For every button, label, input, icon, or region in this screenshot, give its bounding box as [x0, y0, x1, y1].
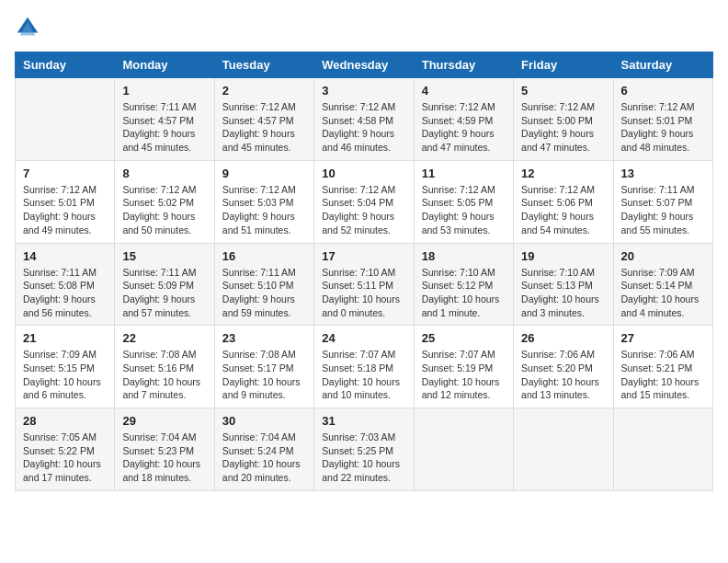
- calendar-cell: [414, 408, 513, 491]
- day-info: Sunrise: 7:04 AMSunset: 5:23 PMDaylight:…: [122, 431, 206, 485]
- calendar-table: SundayMondayTuesdayWednesdayThursdayFrid…: [15, 52, 713, 491]
- day-number: 28: [23, 414, 107, 428]
- calendar-cell: 20Sunrise: 7:09 AMSunset: 5:14 PMDayligh…: [613, 243, 712, 326]
- day-number: 3: [322, 84, 405, 98]
- header-day-monday: Monday: [115, 52, 214, 78]
- day-info: Sunrise: 7:11 AMSunset: 5:08 PMDaylight:…: [23, 266, 107, 320]
- day-number: 9: [222, 167, 306, 180]
- day-info: Sunrise: 7:12 AMSunset: 5:03 PMDaylight:…: [222, 183, 306, 237]
- calendar-cell: 29Sunrise: 7:04 AMSunset: 5:23 PMDayligh…: [115, 408, 214, 491]
- day-number: 24: [322, 331, 405, 345]
- header-day-tuesday: Tuesday: [214, 52, 313, 78]
- calendar-week-4: 21Sunrise: 7:09 AMSunset: 5:15 PMDayligh…: [16, 326, 713, 408]
- calendar-cell: 5Sunrise: 7:12 AMSunset: 5:00 PMDaylight…: [514, 78, 613, 161]
- day-info: Sunrise: 7:12 AMSunset: 4:57 PMDaylight:…: [222, 100, 306, 155]
- header-row: SundayMondayTuesdayWednesdayThursdayFrid…: [16, 52, 713, 78]
- day-number: 12: [521, 167, 605, 180]
- day-info: Sunrise: 7:07 AMSunset: 5:18 PMDaylight:…: [322, 348, 405, 402]
- calendar-cell: 23Sunrise: 7:08 AMSunset: 5:17 PMDayligh…: [214, 326, 313, 408]
- calendar-cell: 15Sunrise: 7:11 AMSunset: 5:09 PMDayligh…: [115, 243, 214, 326]
- calendar-cell: 7Sunrise: 7:12 AMSunset: 5:01 PMDaylight…: [16, 160, 115, 243]
- calendar-week-1: 1Sunrise: 7:11 AMSunset: 4:57 PMDaylight…: [16, 78, 713, 161]
- day-info: Sunrise: 7:12 AMSunset: 5:00 PMDaylight:…: [521, 100, 605, 155]
- day-info: Sunrise: 7:11 AMSunset: 4:57 PMDaylight:…: [122, 100, 206, 155]
- day-number: 20: [621, 249, 705, 263]
- calendar-cell: 26Sunrise: 7:06 AMSunset: 5:20 PMDayligh…: [514, 326, 613, 408]
- calendar-cell: 17Sunrise: 7:10 AMSunset: 5:11 PMDayligh…: [314, 243, 414, 326]
- day-info: Sunrise: 7:04 AMSunset: 5:24 PMDaylight:…: [222, 431, 306, 485]
- logo-icon: [15, 15, 40, 40]
- day-number: 8: [122, 167, 206, 180]
- day-number: 4: [422, 84, 506, 98]
- day-info: Sunrise: 7:12 AMSunset: 5:01 PMDaylight:…: [23, 183, 107, 237]
- day-info: Sunrise: 7:03 AMSunset: 5:25 PMDaylight:…: [322, 431, 405, 485]
- calendar-cell: 30Sunrise: 7:04 AMSunset: 5:24 PMDayligh…: [214, 408, 313, 491]
- day-number: 1: [122, 84, 206, 98]
- day-number: 19: [521, 249, 605, 263]
- day-info: Sunrise: 7:12 AMSunset: 4:59 PMDaylight:…: [422, 100, 506, 155]
- calendar-cell: 3Sunrise: 7:12 AMSunset: 4:58 PMDaylight…: [314, 78, 414, 161]
- day-info: Sunrise: 7:05 AMSunset: 5:22 PMDaylight:…: [23, 431, 107, 485]
- day-info: Sunrise: 7:06 AMSunset: 5:20 PMDaylight:…: [521, 348, 605, 402]
- header-day-wednesday: Wednesday: [314, 52, 414, 78]
- calendar-cell: 14Sunrise: 7:11 AMSunset: 5:08 PMDayligh…: [16, 243, 115, 326]
- calendar-cell: 2Sunrise: 7:12 AMSunset: 4:57 PMDaylight…: [214, 78, 313, 161]
- header-day-sunday: Sunday: [16, 52, 115, 78]
- calendar-cell: 19Sunrise: 7:10 AMSunset: 5:13 PMDayligh…: [514, 243, 613, 326]
- calendar-cell: [613, 408, 712, 491]
- day-number: 18: [422, 249, 506, 263]
- calendar-cell: 27Sunrise: 7:06 AMSunset: 5:21 PMDayligh…: [613, 326, 712, 408]
- day-info: Sunrise: 7:12 AMSunset: 5:02 PMDaylight:…: [122, 183, 206, 237]
- day-info: Sunrise: 7:08 AMSunset: 5:16 PMDaylight:…: [122, 348, 206, 402]
- page-header: [15, 15, 713, 40]
- logo: [15, 15, 44, 40]
- day-info: Sunrise: 7:09 AMSunset: 5:15 PMDaylight:…: [23, 348, 107, 402]
- day-number: 10: [322, 167, 405, 180]
- day-info: Sunrise: 7:07 AMSunset: 5:19 PMDaylight:…: [422, 348, 506, 402]
- day-info: Sunrise: 7:12 AMSunset: 5:06 PMDaylight:…: [521, 183, 605, 237]
- day-number: 23: [222, 331, 306, 345]
- calendar-cell: 12Sunrise: 7:12 AMSunset: 5:06 PMDayligh…: [514, 160, 613, 243]
- day-number: 2: [222, 84, 306, 98]
- day-info: Sunrise: 7:12 AMSunset: 4:58 PMDaylight:…: [322, 100, 405, 155]
- calendar-cell: 4Sunrise: 7:12 AMSunset: 4:59 PMDaylight…: [414, 78, 513, 161]
- day-number: 11: [422, 167, 506, 180]
- day-number: 5: [521, 84, 605, 98]
- calendar-cell: 21Sunrise: 7:09 AMSunset: 5:15 PMDayligh…: [16, 326, 115, 408]
- calendar-cell: 8Sunrise: 7:12 AMSunset: 5:02 PMDaylight…: [115, 160, 214, 243]
- calendar-week-2: 7Sunrise: 7:12 AMSunset: 5:01 PMDaylight…: [16, 160, 713, 243]
- day-number: 16: [222, 249, 306, 263]
- day-info: Sunrise: 7:12 AMSunset: 5:04 PMDaylight:…: [322, 183, 405, 237]
- calendar-cell: 13Sunrise: 7:11 AMSunset: 5:07 PMDayligh…: [613, 160, 712, 243]
- day-info: Sunrise: 7:12 AMSunset: 5:01 PMDaylight:…: [621, 100, 705, 155]
- day-info: Sunrise: 7:11 AMSunset: 5:10 PMDaylight:…: [222, 266, 306, 320]
- day-info: Sunrise: 7:11 AMSunset: 5:09 PMDaylight:…: [122, 266, 206, 320]
- day-number: 14: [23, 249, 107, 263]
- day-info: Sunrise: 7:10 AMSunset: 5:12 PMDaylight:…: [422, 266, 506, 320]
- day-info: Sunrise: 7:12 AMSunset: 5:05 PMDaylight:…: [422, 183, 506, 237]
- day-number: 17: [322, 249, 405, 263]
- day-number: 26: [521, 331, 605, 345]
- day-number: 13: [621, 167, 705, 180]
- calendar-cell: 10Sunrise: 7:12 AMSunset: 5:04 PMDayligh…: [314, 160, 414, 243]
- day-number: 21: [23, 331, 107, 345]
- calendar-cell: 24Sunrise: 7:07 AMSunset: 5:18 PMDayligh…: [314, 326, 414, 408]
- day-info: Sunrise: 7:10 AMSunset: 5:13 PMDaylight:…: [521, 266, 605, 320]
- calendar-cell: 11Sunrise: 7:12 AMSunset: 5:05 PMDayligh…: [414, 160, 513, 243]
- calendar-cell: 1Sunrise: 7:11 AMSunset: 4:57 PMDaylight…: [115, 78, 214, 161]
- calendar-cell: 28Sunrise: 7:05 AMSunset: 5:22 PMDayligh…: [16, 408, 115, 491]
- day-info: Sunrise: 7:11 AMSunset: 5:07 PMDaylight:…: [621, 183, 705, 237]
- calendar-cell: 16Sunrise: 7:11 AMSunset: 5:10 PMDayligh…: [214, 243, 313, 326]
- header-day-saturday: Saturday: [613, 52, 712, 78]
- calendar-cell: 25Sunrise: 7:07 AMSunset: 5:19 PMDayligh…: [414, 326, 513, 408]
- day-number: 15: [122, 249, 206, 263]
- header-day-thursday: Thursday: [414, 52, 513, 78]
- calendar-cell: [16, 78, 115, 161]
- header-day-friday: Friday: [514, 52, 613, 78]
- day-info: Sunrise: 7:08 AMSunset: 5:17 PMDaylight:…: [222, 348, 306, 402]
- day-number: 30: [222, 414, 306, 428]
- day-info: Sunrise: 7:06 AMSunset: 5:21 PMDaylight:…: [621, 348, 705, 402]
- day-number: 31: [322, 414, 405, 428]
- calendar-cell: 6Sunrise: 7:12 AMSunset: 5:01 PMDaylight…: [613, 78, 712, 161]
- calendar-cell: [514, 408, 613, 491]
